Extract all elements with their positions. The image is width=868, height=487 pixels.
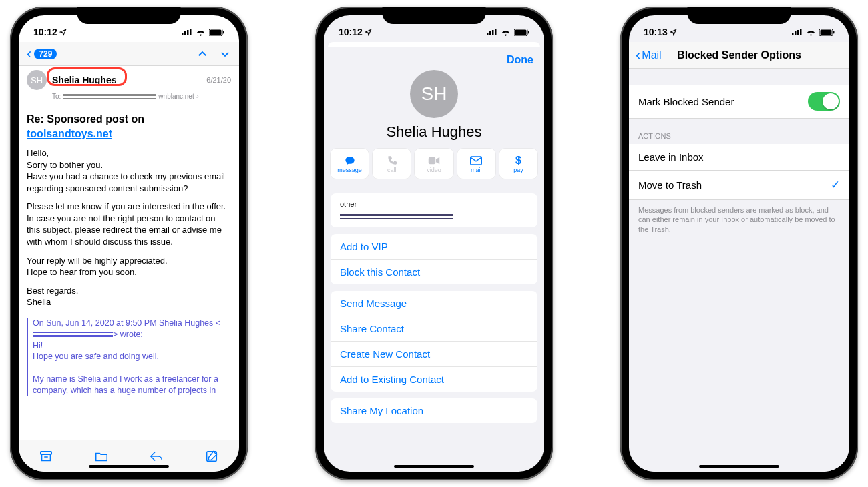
call-button: call: [373, 149, 411, 179]
compose-icon[interactable]: [204, 449, 219, 464]
message-date: 6/21/20: [206, 76, 231, 84]
message-button[interactable]: message: [331, 149, 369, 179]
redacted-recipient: [63, 94, 156, 99]
move-trash-cell[interactable]: Move to Trash ✓: [629, 171, 849, 200]
contact-header: SH Shelia Hughes: [324, 66, 544, 149]
checkmark-icon: ✓: [831, 178, 840, 192]
quote-header-2: > wrote:: [113, 330, 143, 339]
settings-footer: Messages from blocked senders are marked…: [629, 200, 849, 239]
battery-icon: [514, 29, 529, 36]
phone-icon: [387, 155, 397, 167]
share-group: Send Message Share Contact Create New Co…: [331, 291, 537, 392]
quoted-message: On Sun, Jun 14, 2020 at 9:50 PM Shelia H…: [27, 318, 231, 396]
contact-avatar: SH: [410, 70, 458, 118]
svg-rect-1: [184, 31, 186, 35]
send-message-cell[interactable]: Send Message: [331, 291, 537, 316]
subject-prefix: Re: Sponsored post on: [27, 113, 144, 125]
phone-mail-message: 10:12 ‹ 729 SH Shelia Hughes: [10, 7, 248, 480]
phone-settings-blocked: 10:13 ‹ Mail Blocked Sender Options Mark…: [620, 7, 858, 480]
block-contact-cell[interactable]: Block this Contact: [331, 260, 537, 284]
unread-badge[interactable]: 729: [34, 49, 57, 59]
settings-title: Blocked Sender Options: [629, 49, 849, 61]
pay-button[interactable]: $ pay: [499, 149, 537, 179]
to-label: To:: [52, 93, 61, 100]
share-contact-cell[interactable]: Share Contact: [331, 316, 537, 342]
leave-inbox-cell[interactable]: Leave in Inbox: [629, 144, 849, 171]
mail-body[interactable]: Re: Sponsored post on toolsandtoys.net H…: [19, 105, 239, 440]
cell-label: Mark Blocked Sender: [638, 96, 734, 107]
status-time: 10:12: [33, 27, 57, 37]
svg-rect-12: [495, 29, 497, 35]
notch: [688, 7, 791, 24]
body-p3: Your reply will be highly appreciated. H…: [27, 255, 231, 278]
location-icon: [365, 29, 372, 36]
email-cell-group: other: [331, 193, 537, 227]
other-email-cell[interactable]: other: [331, 193, 537, 227]
sheet-header: Done: [324, 47, 544, 66]
cell-label: Move to Trash: [638, 179, 702, 191]
action-label: mail: [471, 167, 482, 173]
prev-message-icon[interactable]: [196, 48, 208, 60]
subject-link[interactable]: toolsandtoys.net: [27, 128, 112, 139]
reply-icon[interactable]: [149, 449, 164, 464]
sender-avatar[interactable]: SH: [27, 70, 47, 90]
contact-name: Shelia Hughes: [324, 123, 544, 141]
back-chevron-icon: ‹: [636, 48, 640, 63]
svg-rect-9: [487, 33, 489, 35]
settings-nav-bar: ‹ Mail Blocked Sender Options: [629, 42, 849, 69]
mail-button[interactable]: mail: [457, 149, 495, 179]
quote-line-2: Hope you are safe and doing well.: [33, 352, 159, 361]
quote-header-1: On Sun, Jun 14, 2020 at 9:50 PM Shelia H…: [33, 318, 220, 328]
svg-rect-3: [190, 29, 192, 35]
battery-icon: [819, 29, 835, 36]
wifi-icon: [196, 29, 206, 36]
folder-icon[interactable]: [94, 449, 109, 464]
cellular-icon: [182, 29, 192, 35]
next-message-icon[interactable]: [219, 48, 231, 60]
action-label: message: [337, 167, 362, 173]
back-label: Mail: [642, 49, 661, 61]
back-chevron-icon[interactable]: ‹: [27, 47, 31, 61]
mail-nav-bar: ‹ 729: [19, 42, 239, 66]
field-label: other: [340, 200, 528, 208]
svg-rect-11: [492, 30, 494, 35]
location-icon: [670, 29, 677, 36]
done-button[interactable]: Done: [507, 54, 533, 66]
notch: [77, 7, 181, 24]
wifi-icon: [806, 29, 816, 36]
message-icon: [344, 155, 356, 167]
add-existing-cell[interactable]: Add to Existing Contact: [331, 367, 537, 392]
sheet-peek: [328, 42, 540, 47]
action-label: video: [427, 167, 441, 173]
svg-rect-6: [223, 31, 224, 33]
add-to-vip-cell[interactable]: Add to VIP: [331, 234, 537, 260]
svg-rect-10: [489, 31, 491, 35]
back-button[interactable]: ‹ Mail: [636, 48, 662, 63]
to-row[interactable]: To: wnblanc.net ›: [27, 90, 231, 105]
phone-contact-card: 10:12 Done SH Shelia Hughes message: [315, 7, 553, 480]
mark-blocked-toggle[interactable]: [808, 92, 840, 111]
home-indicator[interactable]: [89, 465, 169, 468]
home-indicator[interactable]: [394, 465, 474, 468]
share-location-cell[interactable]: Share My Location: [331, 398, 537, 423]
action-label: pay: [513, 167, 523, 173]
action-label: call: [387, 167, 397, 173]
body-p4: Best regards, Shelia: [27, 285, 231, 308]
settings-body[interactable]: Mark Blocked Sender ACTIONS Leave in Inb…: [629, 69, 849, 472]
video-icon: [428, 155, 440, 167]
chevron-right-icon: ›: [196, 91, 199, 101]
quote-line-3: My name is Shelia and I work as a freela…: [33, 374, 218, 395]
vip-block-group: Add to VIP Block this Contact: [331, 234, 537, 284]
svg-rect-20: [797, 30, 799, 35]
mark-blocked-cell[interactable]: Mark Blocked Sender: [629, 85, 849, 119]
status-time: 10:13: [644, 27, 668, 37]
sender-name[interactable]: Shelia Hughes: [52, 75, 116, 85]
create-contact-cell[interactable]: Create New Contact: [331, 342, 537, 367]
svg-rect-0: [182, 33, 184, 35]
archive-icon[interactable]: [39, 449, 53, 464]
home-indicator[interactable]: [699, 465, 779, 468]
video-button: video: [415, 149, 453, 179]
to-domain-fragment: wnblanc.net: [158, 93, 194, 100]
redacted-email-value: [340, 213, 453, 219]
location-group: Share My Location: [331, 398, 537, 423]
